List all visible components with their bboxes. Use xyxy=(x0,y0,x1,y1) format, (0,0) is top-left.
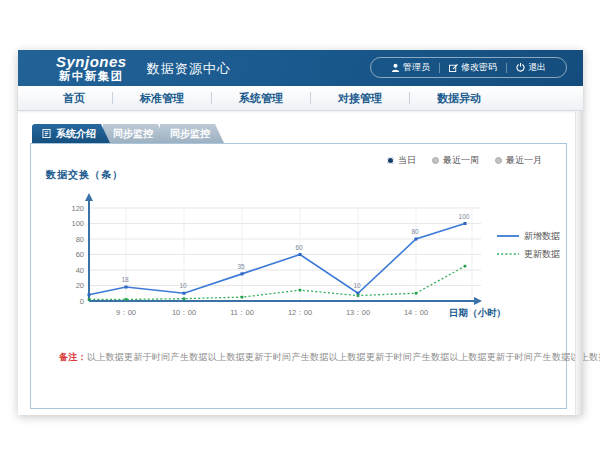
filter-label: 最近一月 xyxy=(506,154,542,167)
tab-sync-monitor-2[interactable]: 同步监控 xyxy=(160,124,224,143)
radio-selected-icon xyxy=(387,157,394,164)
document-icon xyxy=(42,129,51,138)
svg-text:120: 120 xyxy=(71,204,84,213)
svg-text:10: 10 xyxy=(353,282,361,289)
nav-item-standard-mgmt[interactable]: 标准管理 xyxy=(113,91,211,106)
svg-text:日期（小时）: 日期（小时） xyxy=(449,307,506,319)
tab-sync-monitor-1[interactable]: 同步监控 xyxy=(103,124,167,143)
content-panel: 当日 最近一周 最近一月 数据交换（条） 0204060801001209：00… xyxy=(30,143,567,409)
footnote-text: 以上数据更新于时间产生数据以上数据更新于时间产生数据以上数据更新于时间产生数据以… xyxy=(87,352,600,362)
svg-text:更新数据: 更新数据 xyxy=(524,249,560,259)
svg-text:18: 18 xyxy=(121,276,129,283)
svg-text:60: 60 xyxy=(295,244,303,251)
filter-today[interactable]: 当日 xyxy=(387,154,416,167)
svg-text:11：00: 11：00 xyxy=(230,308,254,317)
logout-button[interactable]: 退出 xyxy=(507,61,555,74)
tab-system-intro[interactable]: 系统介绍 xyxy=(32,124,110,143)
footnote: 备注：以上数据更新于时间产生数据以上数据更新于时间产生数据以上数据更新于时间产生… xyxy=(59,351,600,364)
current-user-button[interactable]: 管理员 xyxy=(382,61,439,74)
svg-text:12：00: 12：00 xyxy=(288,308,312,317)
svg-text:13：00: 13：00 xyxy=(346,308,370,317)
main-nav: 首页 标准管理 系统管理 对接管理 数据异动 xyxy=(18,86,583,111)
app-header: Synjones 新中新集团 数据资源中心 管理员 修改密码 xyxy=(18,50,583,86)
line-chart: 0204060801001209：0010：0011：0012：0013：001… xyxy=(41,188,561,334)
tab-label: 同步监控 xyxy=(170,127,210,141)
change-password-button[interactable]: 修改密码 xyxy=(440,61,506,74)
svg-text:60: 60 xyxy=(76,250,84,259)
tab-label: 系统介绍 xyxy=(56,127,96,141)
svg-text:0: 0 xyxy=(80,297,84,306)
svg-text:100: 100 xyxy=(459,213,470,220)
svg-text:20: 20 xyxy=(76,281,84,290)
svg-text:35: 35 xyxy=(237,263,245,270)
power-icon xyxy=(516,63,525,72)
svg-text:14：00: 14：00 xyxy=(404,308,428,317)
y-axis-title: 数据交换（条） xyxy=(46,168,123,182)
nav-item-data-change[interactable]: 数据异动 xyxy=(410,91,508,106)
footnote-label: 备注： xyxy=(59,352,87,362)
nav-item-system-mgmt[interactable]: 系统管理 xyxy=(212,91,310,106)
svg-text:10: 10 xyxy=(179,282,187,289)
vertical-scrollbar[interactable] xyxy=(575,111,583,415)
page-title: 数据资源中心 xyxy=(147,60,231,78)
company-logo: Synjones 新中新集团 xyxy=(56,54,127,82)
edit-icon xyxy=(449,63,458,72)
svg-text:80: 80 xyxy=(76,235,84,244)
svg-text:9：00: 9：00 xyxy=(116,308,136,317)
svg-text:新增数据: 新增数据 xyxy=(524,231,560,241)
user-icon xyxy=(391,63,400,72)
filter-last-week[interactable]: 最近一周 xyxy=(432,154,479,167)
svg-text:10：00: 10：00 xyxy=(172,308,196,317)
user-toolbar: 管理员 修改密码 退出 xyxy=(370,57,567,78)
tab-label: 同步监控 xyxy=(113,127,153,141)
change-password-label: 修改密码 xyxy=(461,61,497,74)
current-user-label: 管理员 xyxy=(403,61,430,74)
logout-label: 退出 xyxy=(528,61,546,74)
app-window: Synjones 新中新集团 数据资源中心 管理员 修改密码 xyxy=(18,50,583,415)
time-range-filters: 当日 最近一周 最近一月 xyxy=(387,154,542,167)
chart-container: 0204060801001209：0010：0011：0012：0013：001… xyxy=(41,188,561,338)
tab-bar: 系统介绍 同步监控 同步监控 xyxy=(32,124,217,143)
svg-text:100: 100 xyxy=(71,219,84,228)
svg-text:80: 80 xyxy=(411,228,419,235)
filter-label: 最近一周 xyxy=(443,154,479,167)
logo-text-en: Synjones xyxy=(56,54,127,70)
page-background: Synjones 新中新集团 数据资源中心 管理员 修改密码 xyxy=(0,0,600,450)
filter-label: 当日 xyxy=(398,154,416,167)
svg-text:40: 40 xyxy=(76,266,84,275)
radio-unselected-icon xyxy=(432,157,439,164)
filter-last-month[interactable]: 最近一月 xyxy=(495,154,542,167)
radio-unselected-icon xyxy=(495,157,502,164)
nav-item-interface-mgmt[interactable]: 对接管理 xyxy=(311,91,409,106)
nav-item-home[interactable]: 首页 xyxy=(36,91,112,106)
logo-text-cn: 新中新集团 xyxy=(56,70,127,82)
